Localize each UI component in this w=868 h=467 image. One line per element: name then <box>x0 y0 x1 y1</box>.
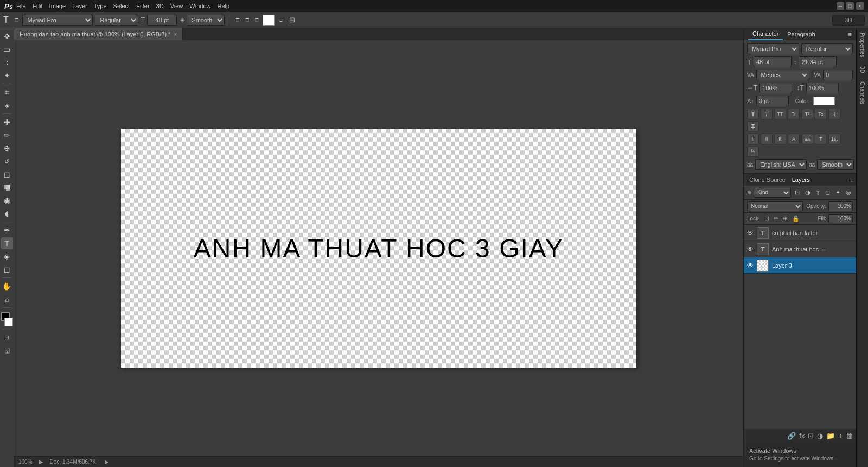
brush-tool[interactable]: ✏ <box>1 129 13 141</box>
filter-smart-btn[interactable]: ✦ <box>834 188 842 197</box>
smallcaps-btn[interactable]: Tr <box>788 109 800 119</box>
filter-shape-btn[interactable]: ◻ <box>824 188 832 197</box>
lock-pixels-btn[interactable]: ⊡ <box>764 215 769 222</box>
layer-item-selected[interactable]: 👁 Layer 0 <box>744 257 856 274</box>
lock-artboard-btn[interactable]: 🔒 <box>792 215 800 222</box>
dodge-tool[interactable]: ◖ <box>1 207 13 219</box>
filter-pixel-btn[interactable]: ⊡ <box>793 188 801 197</box>
font-change-btn[interactable]: ≡ <box>13 16 21 24</box>
add-mask-btn[interactable]: ⊡ <box>808 432 814 440</box>
align-left-btn[interactable]: ≡ <box>234 16 241 24</box>
filter-adj-btn[interactable]: ◑ <box>803 188 812 197</box>
delete-layer-btn[interactable]: 🗑 <box>846 432 853 440</box>
char-scale-v-input[interactable] <box>806 83 839 93</box>
menu-help[interactable]: Help <box>217 3 229 9</box>
superscript-num-btn[interactable]: 1st <box>828 134 840 144</box>
zoom-tool[interactable]: ⌕ <box>1 293 13 305</box>
eyedropper-tool[interactable]: ◈ <box>1 99 13 111</box>
type-tool[interactable]: T <box>1 237 13 249</box>
allcaps-btn[interactable]: TT <box>774 109 786 119</box>
crop-tool[interactable]: ⌗ <box>1 86 13 98</box>
add-style-btn[interactable]: fx <box>799 432 805 440</box>
discretionary-btn[interactable]: A <box>788 134 800 144</box>
path-select-tool[interactable]: ◈ <box>1 250 13 262</box>
char-kerning-select[interactable]: Metrics <box>756 70 810 80</box>
char-size-input[interactable] <box>754 56 792 67</box>
superscript-btn[interactable]: T² <box>801 109 813 119</box>
document-tab[interactable]: Huong dan tao anh ma thuat @ 100% (Layer… <box>14 28 183 40</box>
lasso-tool[interactable]: ⌇ <box>1 56 13 68</box>
filter-toggle-btn[interactable]: ◎ <box>844 188 853 197</box>
font-size-input[interactable] <box>147 15 177 26</box>
strikethrough-btn[interactable]: T <box>747 121 759 132</box>
menu-file[interactable]: File <box>16 3 26 9</box>
move-tool[interactable]: ✥ <box>1 30 13 42</box>
layer-visibility-icon[interactable]: 👁 <box>747 245 754 253</box>
minimize-button[interactable]: ─ <box>837 2 844 10</box>
char-language-select[interactable]: English: USA <box>755 159 807 170</box>
char-tracking-input[interactable] <box>823 70 853 80</box>
text-color-box[interactable] <box>263 15 275 26</box>
fl-ligature-btn[interactable]: ﬂ <box>761 134 773 144</box>
bold-btn[interactable]: T <box>747 109 759 119</box>
clone-source-tab[interactable]: Clone Source <box>746 174 789 186</box>
canvas-document[interactable]: ANH MA THUAT HOC 3 GIAY <box>121 129 636 368</box>
eraser-tool[interactable]: ◻ <box>1 168 13 180</box>
clone-stamp-tool[interactable]: ⊕ <box>1 142 13 154</box>
menu-filter[interactable]: Filter <box>136 3 149 9</box>
new-group-btn[interactable]: 📁 <box>826 432 835 440</box>
align-center-btn[interactable]: ≡ <box>244 16 251 24</box>
char-baseline-input[interactable] <box>756 96 789 106</box>
st-ligature-btn[interactable]: ﬅ <box>774 134 786 144</box>
fraction-btn[interactable]: ½ <box>747 146 759 157</box>
blend-mode-select[interactable]: Normal <box>747 201 803 211</box>
link-layers-btn[interactable]: 🔗 <box>787 432 796 440</box>
char-smooth-select[interactable]: Smooth <box>817 159 854 170</box>
hand-tool[interactable]: ✋ <box>1 280 13 292</box>
history-brush-tool[interactable]: ↺ <box>1 155 13 167</box>
magic-wand-tool[interactable]: ✦ <box>1 70 13 81</box>
font-style-select[interactable]: Regular <box>95 15 138 26</box>
pen-tool[interactable]: ✒ <box>1 224 13 236</box>
close-button[interactable]: × <box>856 2 864 10</box>
menu-edit[interactable]: Edit <box>33 3 43 9</box>
char-scale-h-input[interactable] <box>760 83 792 93</box>
toggle-char-panel-btn[interactable]: ⊞ <box>288 16 297 24</box>
quick-mask-btn[interactable]: ⊡ <box>1 331 13 343</box>
channels-panel-icon[interactable]: Channels <box>858 79 866 106</box>
layer-item[interactable]: 👁 T Anh ma thuat hoc ... <box>744 241 856 257</box>
menu-3d[interactable]: 3D <box>156 3 164 9</box>
character-tab[interactable]: Character <box>748 28 783 40</box>
italic-btn[interactable]: T <box>761 109 773 119</box>
ordinal-btn[interactable]: T <box>815 134 827 144</box>
char-font-style-select[interactable]: Regular <box>801 43 853 54</box>
new-fill-layer-btn[interactable]: ◑ <box>817 432 823 440</box>
char-color-box[interactable] <box>813 97 835 105</box>
menu-layer[interactable]: Layer <box>72 3 87 9</box>
character-panel-menu-btn[interactable]: ≡ <box>847 30 852 39</box>
blur-tool[interactable]: ◉ <box>1 194 13 206</box>
lock-position-btn[interactable]: ✏ <box>774 215 778 222</box>
paragraph-tab[interactable]: Paragraph <box>783 28 819 40</box>
layer-item[interactable]: 👁 T co phai ban la toi <box>744 225 856 241</box>
antialiasing-select[interactable]: Smooth <box>187 15 225 26</box>
warp-text-btn[interactable]: ⌣ <box>277 15 285 25</box>
properties-panel-icon[interactable]: Properties <box>858 30 866 60</box>
marquee-tool[interactable]: ▭ <box>1 43 13 55</box>
font-family-select[interactable]: Myriad Pro <box>22 15 93 26</box>
menu-view[interactable]: View <box>170 3 183 9</box>
background-color[interactable] <box>4 318 13 326</box>
maximize-button[interactable]: □ <box>846 2 854 10</box>
oldstyle-btn[interactable]: aa <box>801 134 813 144</box>
subscript-btn[interactable]: T₂ <box>815 109 827 119</box>
layer-visibility-icon[interactable]: 👁 <box>747 229 754 237</box>
menu-type[interactable]: Type <box>94 3 107 9</box>
align-right-btn[interactable]: ≡ <box>253 16 261 24</box>
screen-mode-btn[interactable]: ◱ <box>1 344 13 356</box>
menu-image[interactable]: Image <box>49 3 66 9</box>
layers-tab[interactable]: Layers <box>789 174 813 186</box>
fill-input[interactable] <box>828 214 853 223</box>
fi-ligature-btn[interactable]: fi <box>747 134 759 144</box>
layer-kind-select[interactable]: Kind <box>754 188 791 198</box>
char-leading-input[interactable] <box>799 56 837 67</box>
